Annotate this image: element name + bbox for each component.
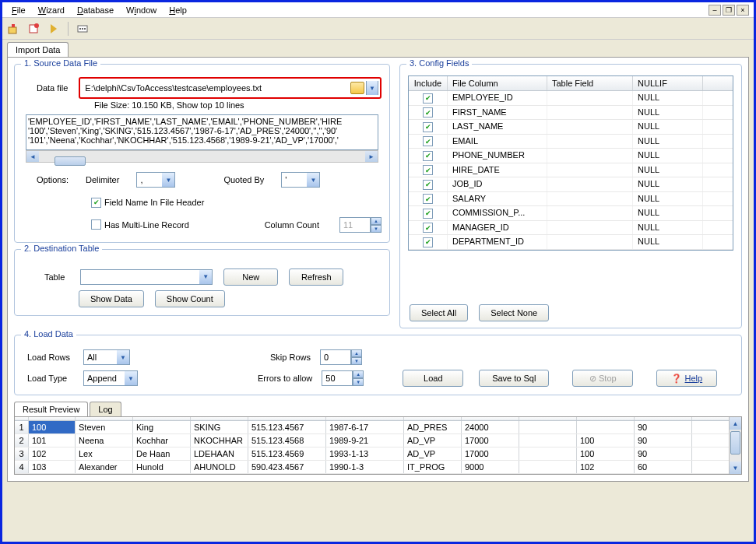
wizard-icon[interactable] [7,23,19,35]
result-row[interactable]: 4103AlexanderHunoldAHUNOLD590.423.456719… [15,461,729,474]
table-combo[interactable]: ▼ [80,269,213,285]
datafile-dropdown-button[interactable]: ▼ [366,81,378,95]
menu-file[interactable]: FFileile [5,4,32,16]
source-title: 1. Source Data File [21,58,100,68]
result-tabs: Result Preview Log [14,402,742,416]
colcount-spin[interactable]: ▲▼ [339,217,382,233]
loadrows-combo[interactable]: All▼ [83,349,130,365]
table-label: Table [44,272,65,282]
loadtype-label: Load Type [27,374,79,383]
export-icon[interactable] [27,23,40,35]
refresh-button[interactable]: Refresh [289,268,343,286]
datafile-highlight: ▼ [79,77,382,99]
result-grid[interactable]: 1100StevenKingSKING515.123.45671987-6-17… [15,417,729,474]
dest-title: 2. Destination Table [21,244,102,253]
skiprows-spin[interactable]: ▲▼ [320,349,362,365]
stop-button: ⊘ Stop [572,370,633,387]
save-sql-button[interactable]: Save to Sql [479,370,549,387]
close-icon[interactable]: × [737,5,749,16]
restore-icon[interactable]: ❐ [723,5,735,16]
result-row[interactable]: 3102LexDe HaanLDEHAAN515.123.45691993-1-… [15,447,729,461]
datafile-input[interactable] [82,80,349,96]
colcount-label: Column Count [265,220,319,230]
svg-rect-1 [12,24,15,27]
options-label: Options: [37,175,69,184]
config-title: 3. Config Fields [406,58,472,68]
group-source: 1. Source Data File Data file ▼ File Siz… [14,64,390,243]
errors-label: Errors to allow [258,374,312,383]
group-config: 3. Config Fields Include File Column Tab… [399,64,742,328]
svg-point-3 [34,23,39,28]
selectnone-button[interactable]: Select None [479,304,549,321]
config-row[interactable]: ✔DEPARTMENT_IDNULL [409,235,733,250]
config-row[interactable]: ✔LAST_NAMENULL [409,120,733,135]
datafile-label: Data file [37,83,68,93]
config-row[interactable]: ✔EMPLOYEE_IDNULL [409,91,733,106]
svg-point-6 [79,28,81,30]
tab-result-preview[interactable]: Result Preview [14,402,88,416]
loadtype-combo[interactable]: Append▼ [83,370,138,386]
group-destination: 2. Destination Table Table ▼ New Refresh… [14,249,390,316]
toolbar [2,18,754,40]
load-button[interactable]: Load [403,370,463,387]
config-row[interactable]: ✔PHONE_NUMBERNULL [409,149,733,163]
svg-marker-4 [51,24,57,33]
preview-hscroll[interactable]: ◄► [26,150,378,163]
result-row[interactable]: 2101NeenaKochharNKOCHHAR515.123.45681989… [15,434,729,447]
minimize-icon[interactable]: – [709,5,721,16]
quoted-combo[interactable]: '▼ [281,172,320,188]
group-load: 4. Load Data Load Rows All▼ Skip Rows ▲▼… [14,335,742,395]
selectall-button[interactable]: Select All [410,304,468,321]
field-header-checkbox[interactable]: ✔Field Name In File Header [91,198,204,208]
config-row[interactable]: ✔SALARYNULL [409,192,733,207]
config-row[interactable]: ✔HIRE_DATENULL [409,163,733,178]
preview-text[interactable]: 'EMPLOYEE_ID','FIRST_NAME','LAST_NAME','… [26,114,378,150]
menu-help[interactable]: Help [163,4,193,16]
config-row[interactable]: ✔FIRST_NAMENULL [409,106,733,121]
new-button[interactable]: New [223,268,278,286]
showdata-button[interactable]: Show Data [79,290,144,307]
delimiter-label: Delimiter [86,175,119,184]
errors-spin[interactable]: ▲▼ [322,370,364,386]
result-vscroll[interactable]: ▲▼ [729,417,741,474]
settings-icon[interactable] [76,23,89,35]
menu-window[interactable]: Window [120,4,163,16]
menubar: FFileile Wizard Database Window Help – ❐… [2,2,754,18]
config-row[interactable]: ✔EMAILNULL [409,135,733,149]
tab-import-data[interactable]: Import Data [7,42,69,57]
svg-rect-0 [9,27,16,33]
skiprows-label: Skip Rows [270,353,311,362]
load-title: 4. Load Data [21,329,76,339]
help-button[interactable]: ❓ Help [656,370,717,387]
menu-wizard[interactable]: Wizard [32,4,71,16]
run-icon[interactable] [47,23,60,35]
config-row[interactable]: ✔JOB_IDNULL [409,177,733,192]
config-row[interactable]: ✔COMMISSION_P...NULL [409,206,733,221]
svg-point-7 [82,28,83,30]
quoted-label: Quoted By [223,175,264,184]
menu-database[interactable]: Database [71,4,120,16]
config-head: Include File Column Table Field NULLIF [409,76,733,91]
showcount-button[interactable]: Show Count [155,290,225,307]
main-tabs: Import Data [2,40,754,57]
svg-point-8 [84,28,86,30]
delimiter-combo[interactable]: ,▼ [136,172,175,188]
multiline-checkbox[interactable]: Has Multi-Line Record [91,219,189,230]
config-row[interactable]: ✔MANAGER_IDNULL [409,221,733,236]
loadrows-label: Load Rows [27,353,79,362]
main-panel: 1. Source Data File Data file ▼ File Siz… [7,57,749,482]
result-row[interactable]: 1100StevenKingSKING515.123.45671987-6-17… [15,421,729,434]
tab-log[interactable]: Log [90,402,121,416]
config-table: Include File Column Table Field NULLIF ✔… [408,75,733,251]
browse-icon[interactable] [350,82,364,94]
filesize-label: File Size: 10.150 KB, Show top 10 lines [94,100,382,110]
